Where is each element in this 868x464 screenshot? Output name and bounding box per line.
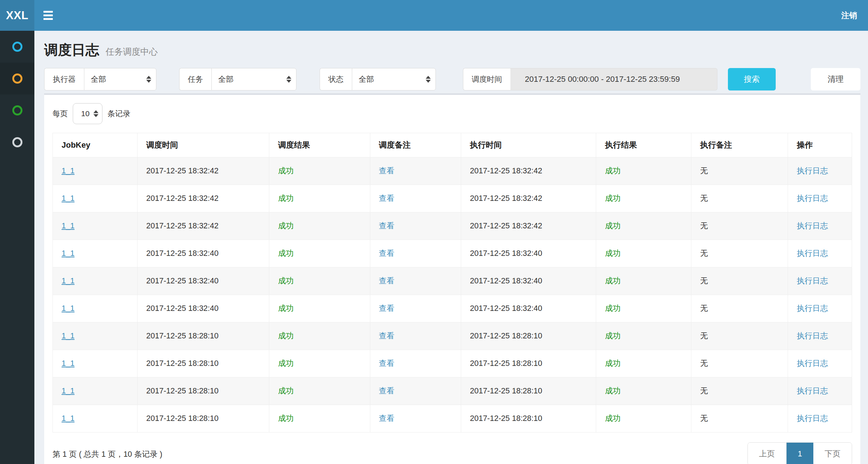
trigger-time-filter-label: 调度时间 [463,68,510,90]
select-caret-icon [93,110,98,117]
handle-msg-cell-cell: 无 [691,377,788,405]
handle-msg-cell-cell: 无 [691,212,788,240]
column-header-jobkey[interactable]: JobKey [53,133,138,157]
execution-log-link[interactable]: 执行日志 [797,194,828,203]
trigger-result-text: 成功 [278,359,294,368]
dispatch-log-table: JobKey 调度时间 调度结果 调度备注 执行时间 执行结果 执行备注 操作 … [52,133,852,433]
status-filter-group: 状态 全部 [320,68,436,90]
sidebar-toggle-button[interactable] [34,0,62,31]
view-trigger-msg-link[interactable]: 查看 [379,166,395,175]
jobkey-link[interactable]: 1_1 [62,359,75,368]
app-logo[interactable]: XXL [0,0,34,31]
jobkey-link[interactable]: 1_1 [62,332,75,340]
handle-msg-cell-cell: 无 [691,322,788,350]
handle-time-cell-cell: 2017-12-25 18:32:42 [461,185,596,212]
handle-result-text: 成功 [605,194,620,203]
handle-result-text: 成功 [605,304,620,313]
sidebar-item-menu-4[interactable] [0,126,34,158]
handle-result-text: 成功 [605,222,620,230]
execution-log-link[interactable]: 执行日志 [797,166,828,175]
column-header-handle-result[interactable]: 执行结果 [596,133,691,157]
trigger-time-range-input[interactable] [510,68,717,90]
page-length-row: 每页 10 条记录 [52,103,852,124]
top-navbar: XXL 注销 [0,0,868,31]
status-select[interactable]: 全部 [352,68,436,90]
column-header-handle-msg[interactable]: 执行备注 [691,133,788,157]
pagination-info: 第 1 页 ( 总共 1 页，10 条记录 ) [52,449,162,459]
table-row: 1_12017-12-25 18:28:10成功查看2017-12-25 18:… [53,322,852,350]
handle-result-text: 成功 [605,414,620,423]
jobkey-link[interactable]: 1_1 [62,304,75,313]
column-header-trigger-result[interactable]: 调度结果 [269,133,370,157]
executor-filter-group: 执行器 全部 [44,68,156,90]
view-trigger-msg-link[interactable]: 查看 [379,222,395,230]
column-header-trigger-time[interactable]: 调度时间 [138,133,269,157]
jobkey-link[interactable]: 1_1 [62,249,75,258]
view-trigger-msg-link[interactable]: 查看 [379,414,395,423]
logout-link[interactable]: 注销 [830,0,868,31]
execution-log-link[interactable]: 执行日志 [797,222,828,230]
trigger-result-text-cell: 成功 [269,405,370,433]
trigger-time-cell-cell: 2017-12-25 18:32:40 [138,295,269,322]
execution-log-link-cell: 执行日志 [788,405,852,433]
jobkey-link[interactable]: 1_1 [62,414,75,423]
execution-log-link[interactable]: 执行日志 [797,414,828,423]
select-caret-icon [146,76,151,83]
sidebar-item-menu-3[interactable] [0,94,34,126]
column-header-handle-time[interactable]: 执行时间 [461,133,596,157]
execution-log-link[interactable]: 执行日志 [797,277,828,285]
column-header-action[interactable]: 操作 [788,133,852,157]
page-header: 调度日志 任务调度中心 [44,41,860,59]
search-button[interactable]: 搜索 [728,68,776,90]
job-filter-group: 任务 全部 [179,68,296,90]
sidebar-item-menu-1[interactable] [0,31,34,63]
prev-page-button[interactable]: 上页 [748,443,787,464]
handle-time-cell-cell: 2017-12-25 18:28:10 [461,322,596,350]
view-trigger-msg-link[interactable]: 查看 [379,332,395,340]
jobkey-link[interactable]: 1_1 [62,387,75,395]
handle-result-text-cell: 成功 [596,377,691,405]
trigger-time-cell-cell: 2017-12-25 18:32:42 [138,185,269,212]
execution-log-link-cell: 执行日志 [788,212,852,240]
handle-msg-cell-cell: 无 [691,267,788,295]
view-trigger-msg-link-cell: 查看 [370,295,461,322]
execution-log-link[interactable]: 执行日志 [797,332,828,340]
table-row: 1_12017-12-25 18:28:10成功查看2017-12-25 18:… [53,350,852,377]
view-trigger-msg-link[interactable]: 查看 [379,277,395,285]
view-trigger-msg-link[interactable]: 查看 [379,304,395,313]
log-panel: 每页 10 条记录 JobKey 调度时间 调度结果 调度备注 执行时间 执行结… [44,93,860,464]
select-caret-icon [286,76,291,83]
current-page-button[interactable]: 1 [787,443,813,464]
jobkey-link-cell: 1_1 [53,267,138,295]
handle-result-text: 成功 [605,359,620,368]
view-trigger-msg-link[interactable]: 查看 [379,387,395,395]
trigger-result-text-cell: 成功 [269,350,370,377]
trigger-result-text: 成功 [278,332,294,340]
executor-select[interactable]: 全部 [84,68,156,90]
execution-log-link[interactable]: 执行日志 [797,249,828,258]
hamburger-icon [43,11,53,13]
view-trigger-msg-link[interactable]: 查看 [379,194,395,203]
job-select[interactable]: 全部 [211,68,296,90]
clear-logs-button[interactable]: 清理 [811,68,860,90]
page-length-select[interactable]: 10 [73,103,102,124]
jobkey-link[interactable]: 1_1 [62,194,75,203]
column-header-trigger-msg[interactable]: 调度备注 [370,133,461,157]
page-length-suffix: 条记录 [108,109,130,119]
execution-log-link-cell: 执行日志 [788,350,852,377]
table-row: 1_12017-12-25 18:32:42成功查看2017-12-25 18:… [53,157,852,185]
execution-log-link[interactable]: 执行日志 [797,359,828,368]
execution-log-link[interactable]: 执行日志 [797,387,828,395]
table-row: 1_12017-12-25 18:32:42成功查看2017-12-25 18:… [53,212,852,240]
execution-log-link[interactable]: 执行日志 [797,304,828,313]
next-page-button[interactable]: 下页 [813,443,852,464]
jobkey-link[interactable]: 1_1 [62,277,75,285]
view-trigger-msg-link[interactable]: 查看 [379,249,395,258]
jobkey-link[interactable]: 1_1 [62,166,75,175]
jobkey-link-cell: 1_1 [53,377,138,405]
trigger-result-text: 成功 [278,222,294,230]
view-trigger-msg-link-cell: 查看 [370,405,461,433]
sidebar-item-menu-2[interactable] [0,63,34,94]
jobkey-link[interactable]: 1_1 [62,222,75,230]
view-trigger-msg-link[interactable]: 查看 [379,359,395,368]
